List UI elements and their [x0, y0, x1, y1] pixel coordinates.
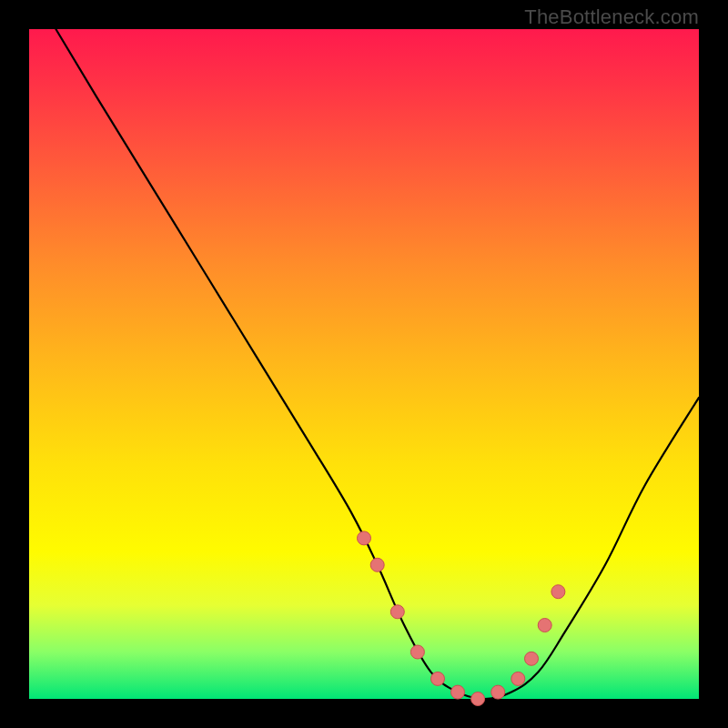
trough-marker — [390, 605, 404, 619]
trough-marker — [410, 645, 424, 659]
bottleneck-curve-svg — [29, 29, 699, 699]
trough-marker — [451, 685, 465, 699]
trough-marker — [551, 585, 565, 599]
bottleneck-curve-path — [56, 29, 699, 699]
trough-marker — [358, 531, 371, 545]
chart-frame: TheBottleneck.com — [0, 0, 728, 728]
attribution-label: TheBottleneck.com — [524, 5, 699, 29]
trough-marker — [538, 619, 551, 632]
trough-markers — [358, 531, 565, 706]
trough-marker — [491, 685, 505, 699]
trough-marker — [511, 672, 525, 685]
trough-marker — [370, 558, 384, 571]
trough-marker — [471, 693, 485, 706]
trough-marker — [431, 672, 445, 685]
trough-marker — [525, 652, 539, 665]
